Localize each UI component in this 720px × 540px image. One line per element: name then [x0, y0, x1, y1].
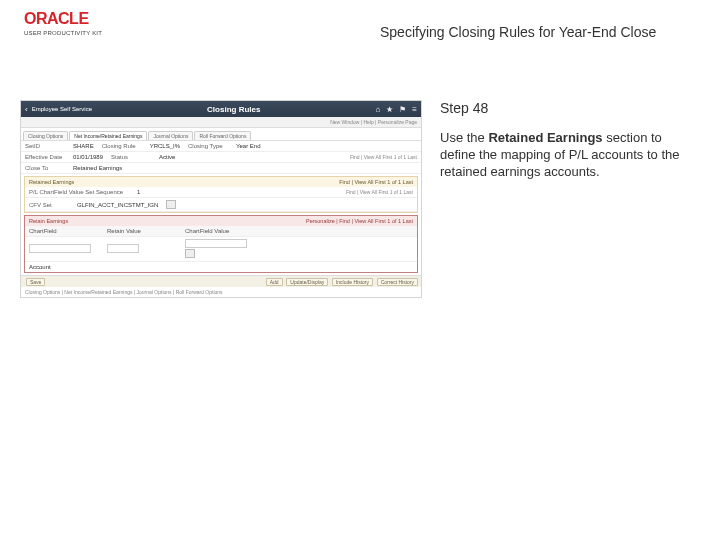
closing-type-value: Year End: [236, 143, 260, 149]
cfvs-value: GLFIN_ACCT_INCSTMT_IGN: [77, 202, 158, 208]
home-icon[interactable]: ⌂: [375, 105, 380, 114]
step-text: Use the Retained Earnings section to def…: [440, 130, 700, 181]
retain-earnings-section: Retain Earnings Personalize | Find | Vie…: [24, 215, 418, 273]
menu-icon[interactable]: ≡: [412, 105, 417, 114]
cell-retain-value: [107, 244, 177, 254]
bottom-bar: Save Add Update/Display Include History …: [21, 275, 421, 287]
logo-text: ORACLE: [24, 10, 102, 28]
close-to-row: Close To Retained Earnings: [21, 163, 421, 174]
tab-closing-options[interactable]: Closing Options: [23, 131, 68, 140]
add-button[interactable]: Add: [266, 278, 283, 286]
sub-bar: New Window | Help | Personalize Page: [21, 117, 421, 128]
closing-rule-label: Closing Rule: [102, 143, 142, 149]
save-button[interactable]: Save: [26, 278, 45, 286]
retained-earnings-section: Retained Earnings Find | View All First …: [24, 176, 418, 213]
col-retain-value: Retain Value: [107, 228, 177, 234]
pl-seq-value: 1: [137, 189, 140, 195]
app-title: Closing Rules: [207, 105, 260, 114]
flag-icon[interactable]: ⚑: [399, 105, 406, 114]
back-icon[interactable]: ‹: [25, 105, 28, 114]
back-label[interactable]: Employee Self Service: [32, 106, 92, 112]
tab-journal-options[interactable]: Journal Options: [148, 131, 193, 140]
eff-date-label: Effective Date: [25, 154, 65, 160]
logo-subtitle: USER PRODUCTIVITY KIT: [24, 30, 102, 36]
top-fields-row: SetID SHARE Closing Rule YRCLS_I% Closin…: [21, 141, 421, 152]
retain-value-input[interactable]: [107, 244, 139, 253]
closing-type-label: Closing Type: [188, 143, 228, 149]
include-history-button[interactable]: Include History: [332, 278, 373, 286]
pl-seq-label: P/L ChartField Value Set Sequence: [29, 189, 129, 195]
app-nav-bar: ‹ Employee Self Service Closing Rules ⌂ …: [21, 101, 421, 117]
step-text-prefix: Use the: [440, 130, 488, 145]
tab-net-income-retained-earnings[interactable]: Net Income/Retained Earnings: [69, 131, 147, 140]
cell-chartfield: [29, 244, 99, 254]
retain-grid-header: ChartField Retain Value ChartField Value: [25, 226, 417, 237]
tabs-row: Closing Options Net Income/Retained Earn…: [21, 128, 421, 141]
star-icon[interactable]: ★: [386, 105, 393, 114]
app-screenshot: ‹ Employee Self Service Closing Rules ⌂ …: [20, 100, 422, 298]
retained-earnings-nav[interactable]: Find | View All First 1 of 1 Last: [339, 179, 413, 185]
pl-seq-nav[interactable]: Find | View All First 1 of 1 Last: [148, 189, 413, 195]
closing-rule-value: YRCLS_I%: [150, 143, 180, 149]
effective-date-row: Effective Date 01/01/1989 Status Active …: [21, 152, 421, 163]
setid-label: SetID: [25, 143, 65, 149]
cfvs-label: CFV Set: [29, 202, 69, 208]
lookup-icon[interactable]: [185, 249, 195, 258]
setid-value: SHARE: [73, 143, 94, 149]
retain-grid-row2: Account: [25, 262, 417, 272]
close-to-value: Retained Earnings: [73, 165, 122, 171]
page-title: Specifying Closing Rules for Year-End Cl…: [380, 24, 656, 40]
cell-chartfield-value: [185, 239, 255, 259]
cell-account: Account: [29, 264, 99, 270]
retain-earnings-nav[interactable]: Personalize | Find | View All First 1 of…: [306, 218, 413, 224]
pl-seq-row: P/L ChartField Value Set Sequence 1 Find…: [25, 187, 417, 198]
retained-earnings-title: Retained Earnings: [29, 179, 74, 185]
eff-date-value: 01/01/1989: [73, 154, 103, 160]
instructions-panel: Step 48 Use the Retained Earnings sectio…: [440, 100, 700, 181]
close-to-label: Close To: [25, 165, 65, 171]
chartfield-input[interactable]: [29, 244, 91, 253]
oracle-logo: ORACLE USER PRODUCTIVITY KIT: [24, 10, 102, 36]
step-text-bold: Retained Earnings: [488, 130, 602, 145]
col-chartfield-value: ChartField Value: [185, 228, 255, 234]
correct-history-button[interactable]: Correct History: [377, 278, 418, 286]
update-display-button[interactable]: Update/Display: [286, 278, 328, 286]
col-chartfield: ChartField: [29, 228, 99, 234]
tab-roll-forward-options[interactable]: Roll Forward Options: [194, 131, 251, 140]
lookup-icon[interactable]: [166, 200, 176, 209]
retain-grid-row: [25, 237, 417, 262]
eff-nav[interactable]: Find | View All First 1 of 1 Last: [183, 154, 417, 160]
step-label: Step 48: [440, 100, 700, 116]
status-label: Status: [111, 154, 151, 160]
retain-earnings-title: Retain Earnings: [29, 218, 68, 224]
cfvs-row: CFV Set GLFIN_ACCT_INCSTMT_IGN: [25, 198, 417, 212]
bottom-breadcrumbs: Closing Options | Net Income/Retained Ea…: [21, 287, 421, 297]
chartfield-value-input[interactable]: [185, 239, 247, 248]
status-value: Active: [159, 154, 175, 160]
